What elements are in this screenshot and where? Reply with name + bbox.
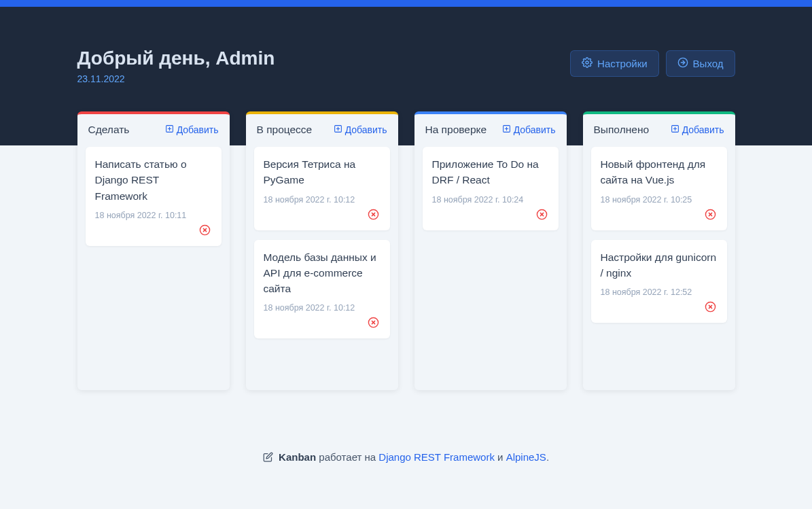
close-circle-icon [368,209,379,222]
add-card-button[interactable]: Добавить [502,124,556,135]
plus-square-icon [165,124,174,135]
current-date: 23.11.2022 [77,73,275,84]
card-title: Модель базы данных и API для e-commerce … [264,249,381,297]
greeting-title: Добрый день, Admin [77,48,275,69]
column-todo: СделатьДобавитьНаписать статью о Django … [77,111,230,390]
footer-and: и [497,451,503,463]
gear-icon [582,57,593,70]
card-title: Новый фронтенд для сайта на Vue.js [601,156,718,188]
card-timestamp: 18 ноября 2022 г. 10:12 [264,195,381,205]
logout-icon [677,57,688,70]
footer-brand: Kanban [279,451,316,463]
close-circle-icon [705,209,716,222]
footer-link-drf[interactable]: Django REST Framework [378,451,495,463]
column-title: Выполнено [594,124,650,136]
logout-button[interactable]: Выход [666,50,735,77]
footer-runs-on: работает на [319,451,376,463]
column-title: Сделать [88,124,130,136]
card-timestamp: 18 ноября 2022 г. 10:12 [264,303,381,313]
add-card-label: Добавить [514,124,556,135]
kanban-board: СделатьДобавитьНаписать статью о Django … [77,111,735,390]
card-timestamp: 18 ноября 2022 г. 10:11 [95,211,212,220]
plus-square-icon [671,124,679,135]
kanban-card[interactable]: Модель базы данных и API для e-commerce … [254,240,390,339]
card-timestamp: 18 ноября 2022 г. 10:24 [432,195,549,205]
column-title: На проверке [425,124,487,136]
add-card-label: Добавить [682,124,724,135]
card-timestamp: 18 ноября 2022 г. 10:25 [601,195,718,205]
column-review: На проверкеДобавитьПриложение To Do на D… [414,111,567,390]
top-accent-strip [0,0,812,7]
close-circle-icon [199,224,211,238]
kanban-card[interactable]: Версия Тетриса на PyGame18 ноября 2022 г… [254,147,390,230]
delete-card-button[interactable] [198,223,212,239]
logout-button-label: Выход [693,58,724,69]
column-header: В процессеДобавить [254,124,390,136]
footer-period: . [546,451,549,463]
close-circle-icon [368,317,379,330]
column-header: На проверкеДобавить [423,124,559,136]
kanban-card[interactable]: Написать статью о Django REST Framework1… [86,147,222,246]
kanban-card[interactable]: Приложение To Do на DRF / React18 ноября… [423,147,559,230]
column-done: ВыполненоДобавитьНовый фронтенд для сайт… [583,111,735,390]
delete-card-button[interactable] [535,207,549,224]
delete-card-button[interactable] [366,315,381,332]
column-in_progress: В процессеДобавитьВерсия Тетриса на PyGa… [246,111,398,390]
card-title: Настройки для gunicorn / nginx [601,249,718,281]
delete-card-button[interactable] [703,300,718,316]
card-title: Написать статью о Django REST Framework [95,156,212,204]
kanban-card[interactable]: Новый фронтенд для сайта на Vue.js18 ноя… [591,147,727,230]
settings-button[interactable]: Настройки [570,50,659,77]
card-title: Версия Тетриса на PyGame [264,156,381,188]
column-header: СделатьДобавить [86,124,222,136]
footer-link-alpine[interactable]: AlpineJS [506,451,546,463]
add-card-label: Добавить [345,124,387,135]
close-circle-icon [705,301,716,315]
plus-square-icon [334,124,342,135]
edit-icon [263,452,273,464]
add-card-label: Добавить [177,124,219,135]
card-title: Приложение To Do на DRF / React [432,156,549,188]
delete-card-button[interactable] [366,207,381,224]
add-card-button[interactable]: Добавить [165,124,219,135]
column-header: ВыполненоДобавить [591,124,727,136]
close-circle-icon [536,209,548,222]
kanban-card[interactable]: Настройки для gunicorn / nginx18 ноября … [591,240,727,323]
svg-point-0 [586,61,588,64]
footer: Kanban работает на Django REST Framework… [0,390,812,491]
add-card-button[interactable]: Добавить [671,124,724,135]
column-title: В процессе [257,124,313,136]
settings-button-label: Настройки [597,58,648,69]
add-card-button[interactable]: Добавить [334,124,387,135]
card-timestamp: 18 ноября 2022 г. 12:52 [601,287,718,297]
delete-card-button[interactable] [703,207,718,224]
plus-square-icon [502,124,511,135]
